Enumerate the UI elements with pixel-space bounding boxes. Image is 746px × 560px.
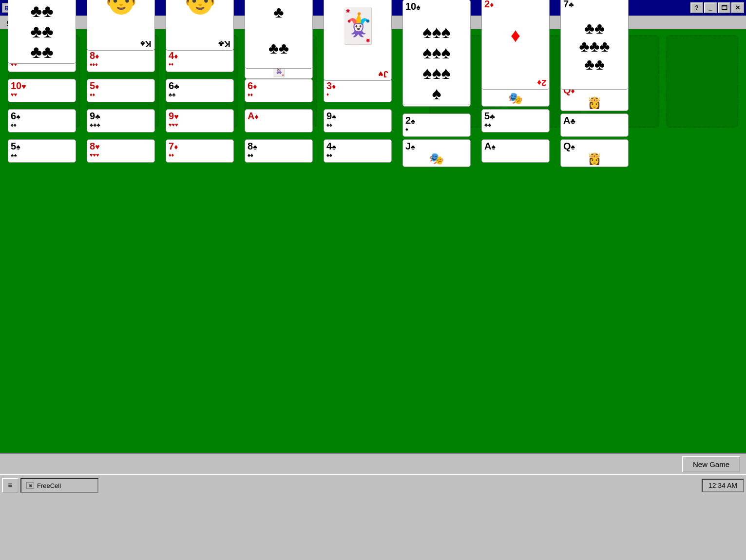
- card-9h2[interactable]: 9♥ ♥♥♥: [166, 109, 234, 132]
- column-7: A♠ 5♣ ♣♣ J♣ 🎭 6♥ ♥♥♥ Q♣ 👸: [481, 139, 554, 447]
- card-8h[interactable]: 8♥ ♥♥♥: [87, 139, 155, 163]
- taskbar-left: ≡ ⊞ FreeCell: [2, 478, 98, 493]
- new-game-button[interactable]: New Game: [682, 456, 740, 472]
- column-5: 4♠ ♠♠ 9♠ ♠♠ 3♦ ♦ 10♥ ♥♥♥ 2♣ ♣: [324, 139, 396, 447]
- card-qs2[interactable]: Q♠ 👸: [560, 139, 629, 167]
- taskbar-window-title: FreeCell: [37, 482, 61, 489]
- foundation-4[interactable]: [666, 35, 738, 128]
- card-4d[interactable]: 4♦ ♦♦: [166, 49, 234, 72]
- card-jh2[interactable]: J♥ 🃏 J♥: [324, 0, 392, 81]
- column-6: J♠ 🎭 2♠ ♠ 4♥ ♥♥ 10♣ ♣♣♣ K♥ 👑: [402, 139, 475, 447]
- card-7c[interactable]: 7♣ ♣♣♣♣♣♣♣: [560, 0, 629, 90]
- card-6c[interactable]: 6♣ ♣♣: [166, 79, 234, 102]
- card-9c[interactable]: 9♣ ♣♣♣: [87, 109, 155, 132]
- column-1: 5♠ ♠♠ 6♠ ♠♠ 10♥ ♥♥ 9♥ ♥♥ A♠: [8, 139, 80, 447]
- card-ac[interactable]: A♣: [560, 113, 629, 137]
- columns-area: 5♠ ♠♠ 6♠ ♠♠ 10♥ ♥♥ 9♥ ♥♥ A♠: [8, 139, 738, 447]
- card-2s[interactable]: 2♠ ♠: [402, 113, 471, 137]
- window-controls: ? _ 🗖 ✕: [690, 2, 744, 13]
- taskbar-clock: 12:34 AM: [702, 479, 744, 492]
- card-2d[interactable]: 2♦ ♦ 2♦: [481, 0, 550, 90]
- card-ad[interactable]: A♦: [245, 109, 313, 132]
- card-6s[interactable]: 6♠ ♠♠: [8, 109, 76, 132]
- column-2: 8♥ ♥♥♥ 9♣ ♣♣♣ 5♦ ♦♦ 8♦ ♦♦♦ 5♥ ♥♥: [87, 139, 159, 447]
- taskbar-window-freecell[interactable]: ⊞ FreeCell: [20, 478, 98, 493]
- card-8s2[interactable]: 8♠ ♠♠: [245, 139, 313, 163]
- status-bar: New Game: [0, 453, 746, 474]
- card-as2[interactable]: A♠: [481, 139, 550, 163]
- card-5s[interactable]: 5♠ ♠♠: [8, 139, 76, 163]
- card-ks[interactable]: K♠ 🤴 K♠: [87, 0, 155, 51]
- game-area: 5♠ ♠♠ 6♠ ♠♠ 10♥ ♥♥ 9♥ ♥♥ A♠: [0, 29, 746, 453]
- card-6d[interactable]: 6♦ ♦♦: [245, 79, 313, 102]
- card-kc[interactable]: K♣ 🤴 K♣: [166, 0, 234, 51]
- card-3d[interactable]: 3♦ ♦: [324, 79, 392, 102]
- card-5c[interactable]: 5♣ ♣♣: [481, 109, 550, 132]
- column-8: Q♠ 👸 A♣ Q♦ 👸 7♥ ♥♥ 4♣ ♣♣: [560, 139, 632, 447]
- close-button[interactable]: ✕: [731, 2, 744, 13]
- card-8c[interactable]: 8♣ ♣♣♣♣♣♣♣♣: [8, 0, 76, 64]
- start-icon[interactable]: ≡: [2, 478, 19, 493]
- card-4s[interactable]: 4♠ ♠♠: [324, 139, 392, 163]
- card-10s[interactable]: 10♠ ♠♠♠♠♠♠♠♠♠♠: [402, 0, 471, 105]
- card-7d[interactable]: 7♦ ♦♦: [166, 139, 234, 163]
- card-9s[interactable]: 9♠ ♠♠: [324, 109, 392, 132]
- column-3: 7♦ ♦♦ 9♥ ♥♥♥ 6♣ ♣♣ 4♦ ♦♦ 3♠ ♠: [166, 139, 238, 447]
- help-button[interactable]: ?: [690, 2, 703, 13]
- maximize-button[interactable]: 🗖: [718, 2, 730, 13]
- card-5d[interactable]: 5♦ ♦♦: [87, 79, 155, 102]
- column-4: 8♠ ♠♠ A♦ 6♦ ♦♦ J♥ 🃏 K♥ 👑: [245, 139, 317, 447]
- card-8d[interactable]: 8♦ ♦♦♦: [87, 49, 155, 72]
- card-js[interactable]: J♠ 🎭: [402, 139, 471, 167]
- card-3c[interactable]: 3♣ ♣♣♣: [245, 0, 313, 69]
- minimize-button[interactable]: _: [704, 2, 717, 13]
- card-10h[interactable]: 10♥ ♥♥: [8, 79, 76, 102]
- taskbar: ≡ ⊞ FreeCell 12:34 AM: [0, 474, 746, 496]
- taskbar-app-icon: ⊞: [26, 482, 34, 489]
